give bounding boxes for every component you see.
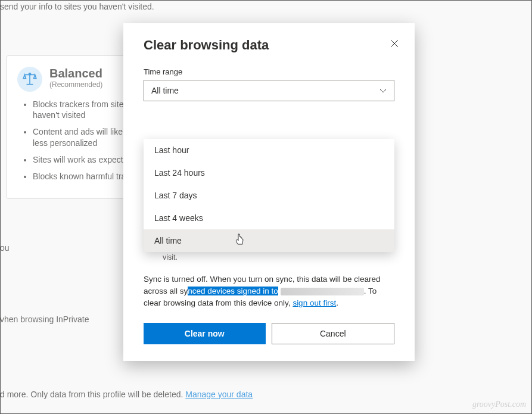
sign-out-link[interactable]: sign out first bbox=[293, 298, 336, 307]
clear-now-button[interactable]: Clear now bbox=[144, 323, 266, 344]
close-button[interactable] bbox=[386, 35, 403, 52]
dropdown-option-last-hour[interactable]: Last hour bbox=[144, 139, 394, 161]
sync-info-text: Sync is turned off. When you turn on syn… bbox=[144, 273, 394, 310]
dropdown-option-last-4-weeks[interactable]: Last 4 weeks bbox=[144, 207, 394, 229]
cancel-button[interactable]: Cancel bbox=[272, 323, 395, 344]
dropdown-option-last-7-days[interactable]: Last 7 days bbox=[144, 184, 394, 207]
time-range-label: Time range bbox=[144, 67, 394, 76]
select-value: All time bbox=[151, 86, 179, 95]
time-range-select[interactable]: All time bbox=[144, 80, 394, 101]
close-icon bbox=[390, 39, 399, 48]
pointer-cursor-icon bbox=[235, 234, 245, 245]
chevron-down-icon bbox=[379, 87, 387, 94]
redacted-email bbox=[281, 288, 364, 295]
time-range-dropdown: Last hour Last 24 hours Last 7 days Last… bbox=[144, 139, 394, 252]
clear-browsing-data-dialog: Clear browsing data Time range All time … bbox=[123, 23, 415, 361]
dropdown-option-last-24-hours[interactable]: Last 24 hours bbox=[144, 161, 394, 184]
dropdown-option-all-time[interactable]: All time bbox=[144, 229, 394, 252]
dialog-title: Clear browsing data bbox=[144, 38, 394, 53]
highlighted-text: nced devices signed in to bbox=[188, 287, 278, 295]
